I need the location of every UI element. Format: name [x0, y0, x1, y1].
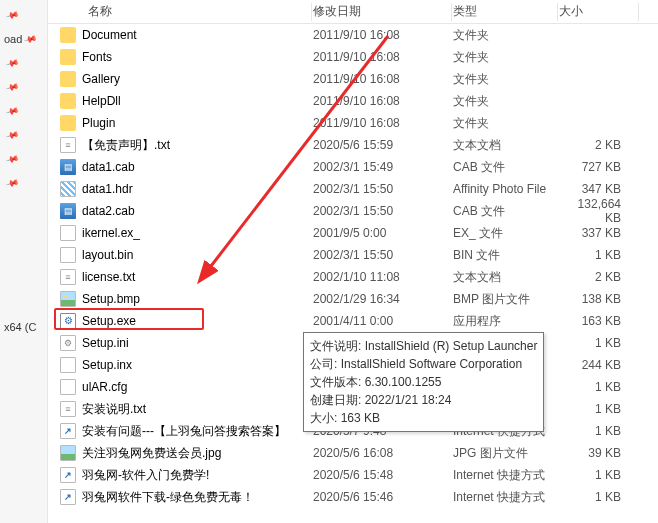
sidebar-item[interactable]: 📌 — [0, 172, 47, 194]
file-date: 2020/5/6 15:48 — [313, 468, 453, 482]
file-rows: Document2011/9/10 16:08文件夹Fonts2011/9/10… — [48, 24, 658, 508]
exe-icon — [60, 313, 76, 329]
folder-icon — [60, 27, 76, 43]
sidebar-item[interactable] — [0, 244, 47, 266]
sidebar-item[interactable] — [0, 220, 47, 242]
file-type: 文本文档 — [453, 137, 559, 154]
file-name: Gallery — [82, 72, 120, 86]
file-size: 1 KB — [559, 248, 629, 262]
file-date: 2011/9/10 16:08 — [313, 50, 453, 64]
file-name: 安装有问题---【上羽兔问答搜索答案】 — [82, 423, 286, 440]
file-row[interactable]: data1.cab2002/3/1 15:49CAB 文件727 KB — [48, 156, 658, 178]
tooltip-version: 文件版本: 6.30.100.1255 — [310, 373, 537, 391]
sidebar-item[interactable]: x64 (C — [0, 316, 47, 338]
file-type: 文本文档 — [453, 269, 559, 286]
file-row[interactable]: 【免责声明】.txt2020/5/6 15:59文本文档2 KB — [48, 134, 658, 156]
sidebar-item[interactable]: 📌 — [0, 148, 47, 170]
file-type: BIN 文件 — [453, 247, 559, 264]
file-name: Document — [82, 28, 137, 42]
file-name: 关注羽兔网免费送会员.jpg — [82, 445, 221, 462]
column-header-name[interactable]: 名称 — [48, 3, 313, 20]
cab-icon — [60, 203, 76, 219]
file-date: 2011/9/10 16:08 — [313, 28, 453, 42]
file-row[interactable]: ikernel.ex_2001/9/5 0:00EX_ 文件337 KB — [48, 222, 658, 244]
txt-icon — [60, 401, 76, 417]
file-name: 羽兔网-软件入门免费学! — [82, 467, 209, 484]
sidebar-item[interactable] — [0, 292, 47, 314]
file-name: 安装说明.txt — [82, 401, 146, 418]
sidebar-item[interactable]: oad📌 — [0, 28, 47, 50]
pin-icon: 📌 — [5, 56, 20, 70]
column-header-size[interactable]: 大小 — [559, 3, 629, 20]
generic-icon — [60, 247, 76, 263]
file-name: Setup.inx — [82, 358, 132, 372]
file-row[interactable]: HelpDll2011/9/10 16:08文件夹 — [48, 90, 658, 112]
file-type: Affinity Photo File — [453, 182, 559, 196]
file-name: Setup.exe — [82, 314, 136, 328]
folder-icon — [60, 115, 76, 131]
hdr-icon — [60, 181, 76, 197]
file-type: BMP 图片文件 — [453, 291, 559, 308]
sidebar-item[interactable]: 📌 — [0, 100, 47, 122]
tooltip-size: 大小: 163 KB — [310, 409, 537, 427]
sidebar-item[interactable]: 📌 — [0, 4, 47, 26]
file-size: 244 KB — [559, 358, 629, 372]
file-date: 2011/9/10 16:08 — [313, 94, 453, 108]
tooltip-description: 文件说明: InstallShield (R) Setup Launcher — [310, 337, 537, 355]
file-type: 文件夹 — [453, 27, 559, 44]
file-size: 1 KB — [559, 468, 629, 482]
tooltip-created: 创建日期: 2022/1/21 18:24 — [310, 391, 537, 409]
file-name: ulAR.cfg — [82, 380, 127, 394]
file-row[interactable]: 羽兔网-软件入门免费学!2020/5/6 15:48Internet 快捷方式1… — [48, 464, 658, 486]
file-row[interactable]: Gallery2011/9/10 16:08文件夹 — [48, 68, 658, 90]
file-name: data2.cab — [82, 204, 135, 218]
sidebar-item[interactable]: 📌 — [0, 76, 47, 98]
file-row[interactable]: license.txt2002/1/10 11:08文本文档2 KB — [48, 266, 658, 288]
file-size: 1 KB — [559, 424, 629, 438]
sidebar-item-label: oad — [4, 33, 22, 45]
file-row[interactable]: data2.cab2002/3/1 15:50CAB 文件132,664 KB — [48, 200, 658, 222]
sidebar-item[interactable] — [0, 196, 47, 218]
file-row[interactable]: Setup.bmp2002/1/29 16:34BMP 图片文件138 KB — [48, 288, 658, 310]
file-list-panel: 名称 修改日期 类型 大小 Document2011/9/10 16:08文件夹… — [48, 0, 658, 523]
file-size: 2 KB — [559, 270, 629, 284]
file-name: Setup.ini — [82, 336, 129, 350]
column-header-type[interactable]: 类型 — [453, 3, 559, 20]
sidebar-item[interactable] — [0, 268, 47, 290]
file-size: 1 KB — [559, 402, 629, 416]
pin-icon: 📌 — [5, 152, 20, 166]
file-name: data1.cab — [82, 160, 135, 174]
txt-icon — [60, 137, 76, 153]
file-name: license.txt — [82, 270, 135, 284]
sidebar-item[interactable]: 📌 — [0, 124, 47, 146]
folder-icon — [60, 93, 76, 109]
file-row[interactable]: 羽兔网软件下载-绿色免费无毒！2020/5/6 15:46Internet 快捷… — [48, 486, 658, 508]
file-date: 2020/5/6 15:59 — [313, 138, 453, 152]
sidebar-item[interactable]: 📌 — [0, 52, 47, 74]
file-row[interactable]: 关注羽兔网免费送会员.jpg2020/5/6 16:08JPG 图片文件39 K… — [48, 442, 658, 464]
file-size: 1 KB — [559, 490, 629, 504]
file-date: 2002/1/29 16:34 — [313, 292, 453, 306]
file-row[interactable]: Setup.exe2001/4/11 0:00应用程序163 KB — [48, 310, 658, 332]
file-date: 2020/5/6 15:46 — [313, 490, 453, 504]
file-name: Setup.bmp — [82, 292, 140, 306]
file-type: EX_ 文件 — [453, 225, 559, 242]
file-size: 727 KB — [559, 160, 629, 174]
file-name: 【免责声明】.txt — [82, 137, 170, 154]
file-row[interactable]: layout.bin2002/3/1 15:50BIN 文件1 KB — [48, 244, 658, 266]
file-row[interactable]: Fonts2011/9/10 16:08文件夹 — [48, 46, 658, 68]
file-type: CAB 文件 — [453, 203, 559, 220]
file-date: 2001/9/5 0:00 — [313, 226, 453, 240]
file-row[interactable]: Document2011/9/10 16:08文件夹 — [48, 24, 658, 46]
generic-icon — [60, 225, 76, 241]
file-date: 2020/5/6 16:08 — [313, 446, 453, 460]
file-type: 文件夹 — [453, 71, 559, 88]
sidebar-item[interactable] — [0, 340, 47, 362]
file-type: Internet 快捷方式 — [453, 467, 559, 484]
url-icon — [60, 467, 76, 483]
pin-icon: 📌 — [5, 104, 20, 118]
file-name: HelpDll — [82, 94, 121, 108]
column-header-date[interactable]: 修改日期 — [313, 3, 453, 20]
sidebar: 📌oad📌📌📌📌📌📌📌x64 (C — [0, 0, 48, 523]
file-row[interactable]: Plugin2011/9/10 16:08文件夹 — [48, 112, 658, 134]
